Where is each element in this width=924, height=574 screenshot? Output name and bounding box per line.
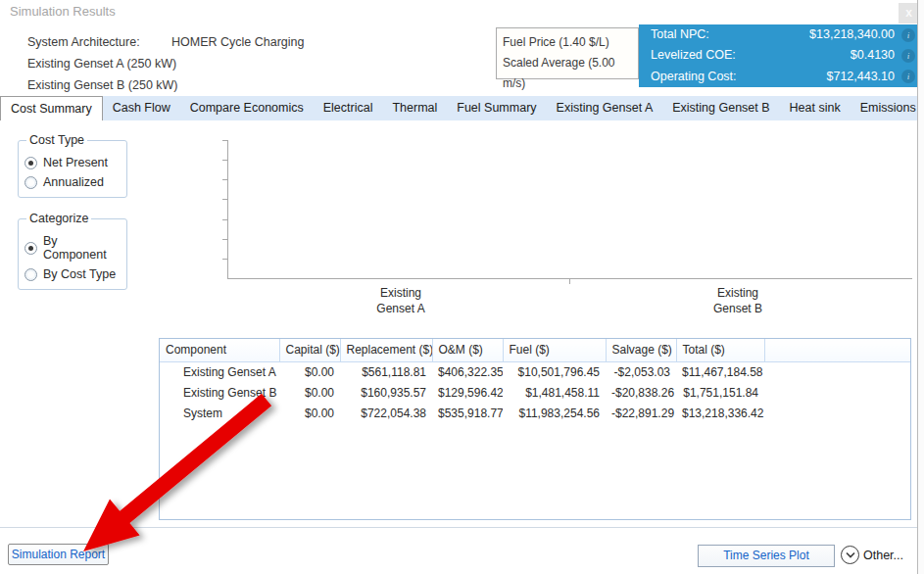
col-header-component[interactable]: Component: [160, 339, 279, 361]
metric-label: Total NPC:: [651, 27, 709, 41]
results-tabbar: Cost Summary Cash Flow Compare Economics…: [0, 96, 917, 120]
simulation-report-button[interactable]: Simulation Report: [8, 544, 109, 565]
col-header-filler: [764, 339, 910, 361]
x-category-label-genset-b: Existing Genset B: [659, 285, 816, 316]
radio-label: By Component: [43, 234, 121, 262]
tab-cost-summary[interactable]: Cost Summary: [0, 96, 103, 120]
close-button[interactable]: x: [899, 3, 919, 24]
radio-button-icon[interactable]: [24, 157, 37, 169]
x-label-line: Genset A: [322, 301, 479, 316]
cell-salvage: -$2,053.03: [606, 361, 676, 382]
cell-capital: $0.00: [279, 403, 340, 423]
cell-filler: [764, 382, 910, 403]
metrics-panel: Total NPC: $13,218,340.00 i Levelized CO…: [639, 24, 917, 87]
tab-existing-genset-b[interactable]: Existing Genset B: [662, 96, 779, 120]
tab-heat-sink[interactable]: Heat sink: [780, 96, 851, 120]
radio-net-present[interactable]: Net Present: [24, 156, 121, 169]
col-header-total[interactable]: Total ($): [676, 339, 764, 361]
col-header-replacement[interactable]: Replacement ($): [340, 339, 432, 361]
radio-button-icon[interactable]: [24, 242, 37, 255]
metric-levelized-coe: Levelized COE: $0.4130 i: [639, 45, 917, 66]
cell-filler: [764, 403, 910, 423]
cell-fuel: $10,501,796.45: [503, 361, 606, 382]
x-label-line: Existing: [322, 285, 479, 301]
col-header-salvage[interactable]: Salvage ($): [606, 339, 676, 361]
col-header-fuel[interactable]: Fuel ($): [503, 339, 606, 361]
cell-replacement: $722,054.38: [340, 403, 432, 423]
radio-annualized[interactable]: Annualized: [24, 175, 121, 189]
metric-total-npc: Total NPC: $13,218,340.00 i: [639, 24, 917, 45]
metric-value: $0.4130: [851, 45, 895, 66]
tab-fuel-summary[interactable]: Fuel Summary: [447, 96, 546, 120]
metric-label: Operating Cost:: [651, 70, 737, 83]
other-dropdown[interactable]: Other...: [841, 546, 903, 564]
cell-om: $129,596.42: [432, 382, 503, 403]
radio-by-component[interactable]: By Component: [24, 234, 121, 262]
chevron-down-icon[interactable]: [841, 546, 859, 564]
sensitivity-case-box: Fuel Price (1.40 $/L) Scaled Average (5.…: [496, 27, 639, 79]
x-label-line: Existing: [659, 285, 816, 301]
cell-om: $406,322.35: [432, 361, 503, 382]
cell-salvage: -$20,838.26: [606, 382, 676, 403]
col-header-om[interactable]: O&M ($): [432, 339, 503, 361]
info-icon[interactable]: i: [901, 70, 915, 83]
cost-type-legend: Cost Type: [26, 133, 87, 147]
categorize-legend: Categorize: [26, 212, 91, 225]
time-series-plot-button[interactable]: Time Series Plot: [698, 545, 835, 567]
info-icon[interactable]: i: [901, 28, 915, 42]
radio-label: Net Present: [43, 156, 108, 169]
tab-existing-genset-a[interactable]: Existing Genset A: [547, 96, 663, 120]
cost-summary-table: Component Capital ($) Replacement ($) O&…: [159, 338, 911, 520]
cell-component: Existing Genset B: [160, 382, 279, 403]
x-label-line: Genset B: [659, 301, 816, 316]
tab-thermal[interactable]: Thermal: [382, 96, 447, 120]
table-row-genset-a[interactable]: Existing Genset A $0.00 $561,118.81 $406…: [160, 361, 910, 382]
radio-label: Annualized: [43, 175, 104, 189]
fuel-price-line: Fuel Price (1.40 $/L): [503, 32, 632, 53]
radio-label: By Cost Type: [43, 267, 116, 281]
tab-compare-economics[interactable]: Compare Economics: [180, 96, 314, 120]
other-label: Other...: [863, 549, 903, 562]
metric-value: $13,218,340.00: [809, 24, 895, 45]
system-architecture-block: System Architecture: HOMER Cycle Chargin…: [27, 31, 178, 96]
radio-by-cost-type[interactable]: By Cost Type: [24, 267, 121, 281]
cell-capital: $0.00: [279, 382, 340, 403]
cell-component: System: [160, 403, 279, 423]
cell-fuel: $1,481,458.11: [503, 382, 606, 403]
tab-electrical[interactable]: Electrical: [314, 96, 383, 120]
x-axis-category-tick: [569, 278, 570, 284]
cell-total: $1,751,151.84: [676, 382, 764, 403]
tab-cash-flow[interactable]: Cash Flow: [103, 96, 180, 120]
y-axis-line: [227, 140, 228, 278]
scaled-average-line: Scaled Average (5.00 m/s): [503, 53, 632, 94]
system-architecture-label: System Architecture:: [27, 35, 140, 49]
cell-filler: [764, 361, 910, 382]
metric-value: $712,443.10: [826, 67, 895, 87]
radio-button-icon[interactable]: [24, 176, 37, 189]
tab-emissions[interactable]: Emissions: [851, 96, 924, 120]
cell-component: Existing Genset A: [160, 361, 279, 382]
footer-separator: [0, 527, 917, 528]
system-architecture-row: System Architecture: HOMER Cycle Chargin…: [27, 31, 178, 53]
radio-button-icon[interactable]: [24, 268, 37, 281]
simulation-results-window: Simulation Results x System Architecture…: [0, 0, 917, 574]
table-row-system[interactable]: System $0.00 $722,054.38 $535,918.77 $11…: [160, 403, 910, 423]
genset-a-line: Existing Genset A (250 kW): [27, 53, 178, 74]
metric-label: Levelized COE:: [651, 48, 736, 62]
cell-replacement: $160,935.57: [340, 382, 432, 403]
cell-fuel: $11,983,254.56: [503, 403, 606, 423]
screen-edge-sliver: [917, 0, 924, 574]
system-architecture-value: HOMER Cycle Charging: [171, 31, 304, 53]
cell-om: $535,918.77: [432, 403, 503, 423]
table-header-row: Component Capital ($) Replacement ($) O&…: [160, 339, 910, 361]
genset-b-line: Existing Genset B (250 kW): [27, 74, 178, 96]
categorize-group: Categorize By Component By Cost Type: [18, 212, 127, 290]
table-row-genset-b[interactable]: Existing Genset B $0.00 $160,935.57 $129…: [160, 382, 910, 403]
window-title: Simulation Results: [10, 4, 116, 19]
info-icon[interactable]: i: [901, 49, 915, 63]
cell-capital: $0.00: [279, 361, 340, 382]
cell-salvage: -$22,891.29: [606, 403, 676, 423]
close-icon: x: [905, 6, 912, 20]
cost-type-group: Cost Type Net Present Annualized: [18, 133, 127, 198]
col-header-capital[interactable]: Capital ($): [279, 339, 340, 361]
